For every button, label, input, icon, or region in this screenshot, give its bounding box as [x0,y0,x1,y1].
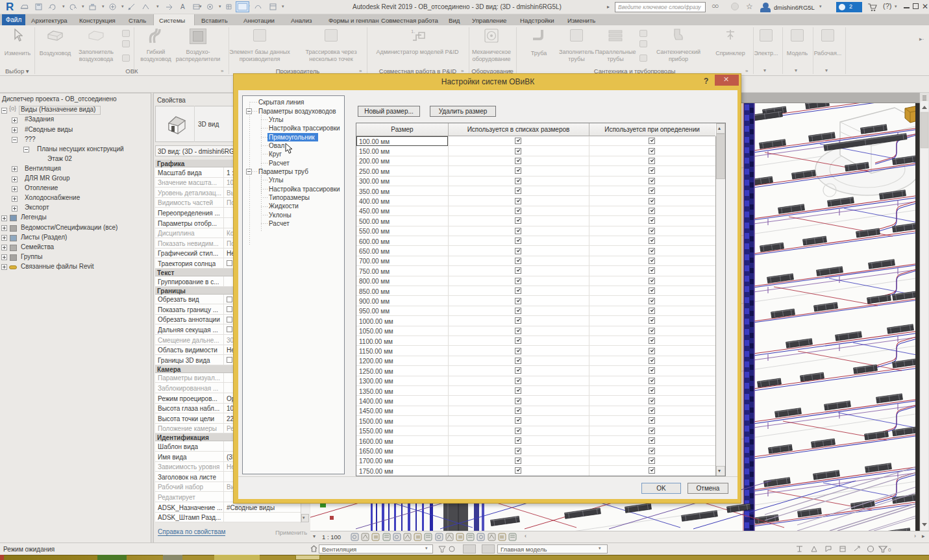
svg-text:A: A [180,3,185,10]
svg-text:1.: 1. [411,29,415,34]
svg-text:0: 0 [888,547,891,553]
